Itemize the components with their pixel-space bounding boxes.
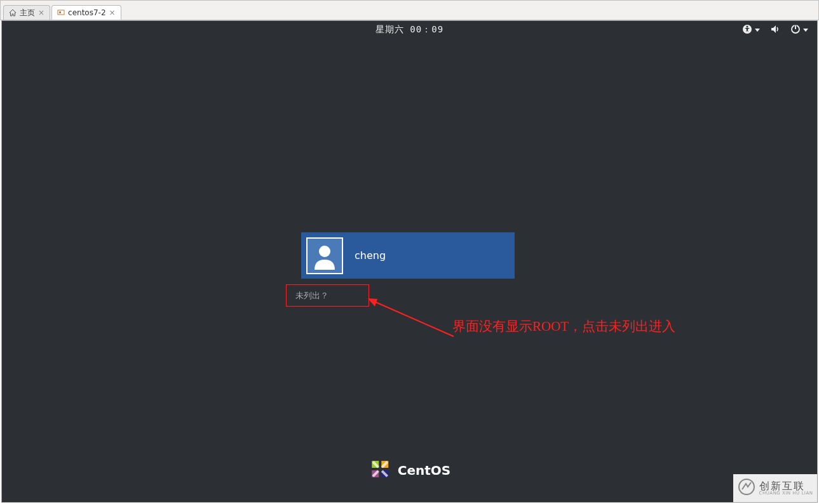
power-icon bbox=[790, 24, 801, 36]
not-listed-button[interactable]: 未列出？ bbox=[286, 284, 369, 307]
clock[interactable]: 星期六 00：09 bbox=[376, 24, 443, 36]
gnome-topbar: 星期六 00：09 bbox=[2, 21, 817, 39]
tab-centos-label: centos7-2 bbox=[68, 8, 105, 17]
tab-home[interactable]: 主页 × bbox=[3, 5, 50, 20]
not-listed-label: 未列出？ bbox=[295, 290, 328, 302]
watermark-logo-icon bbox=[738, 478, 755, 498]
svg-line-9 bbox=[374, 302, 454, 336]
annotation-arrow bbox=[365, 295, 460, 346]
svg-point-15 bbox=[739, 479, 754, 494]
close-icon[interactable]: × bbox=[109, 8, 116, 17]
user-selector[interactable]: cheng bbox=[301, 232, 515, 279]
svg-point-3 bbox=[747, 25, 748, 27]
sound-icon[interactable] bbox=[770, 24, 780, 36]
user-avatar bbox=[306, 237, 343, 274]
svg-rect-1 bbox=[59, 11, 61, 13]
home-icon bbox=[9, 9, 17, 17]
vmware-tabbar: 主页 × centos7-2 × bbox=[0, 0, 819, 20]
annotation-text: 界面没有显示ROOT，点击未列出进入 bbox=[452, 317, 675, 335]
centos-os-name: CentOS bbox=[398, 463, 450, 478]
centos-logo-icon bbox=[369, 458, 391, 483]
close-icon[interactable]: × bbox=[38, 8, 44, 17]
accessibility-icon bbox=[742, 24, 752, 36]
centos-branding: CentOS bbox=[369, 458, 450, 483]
tab-centos7-2[interactable]: centos7-2 × bbox=[51, 5, 121, 20]
watermark-zh-text: 创新互联 bbox=[759, 481, 813, 491]
watermark-en-text: CHUANG XIN HU LIAN bbox=[759, 491, 813, 496]
watermark: 创新互联 CHUANG XIN HU LIAN bbox=[733, 474, 817, 502]
chevron-down-icon bbox=[803, 29, 808, 32]
accessibility-menu[interactable] bbox=[742, 24, 760, 36]
svg-marker-10 bbox=[368, 298, 377, 307]
vm-desktop: 星期六 00：09 bbox=[1, 20, 818, 503]
gnome-status-area bbox=[742, 21, 808, 39]
chevron-down-icon bbox=[755, 29, 760, 32]
vm-icon bbox=[57, 9, 65, 17]
tab-home-label: 主页 bbox=[20, 8, 35, 18]
power-menu[interactable] bbox=[790, 24, 808, 36]
svg-point-8 bbox=[319, 246, 330, 257]
user-name-label: cheng bbox=[355, 249, 386, 262]
